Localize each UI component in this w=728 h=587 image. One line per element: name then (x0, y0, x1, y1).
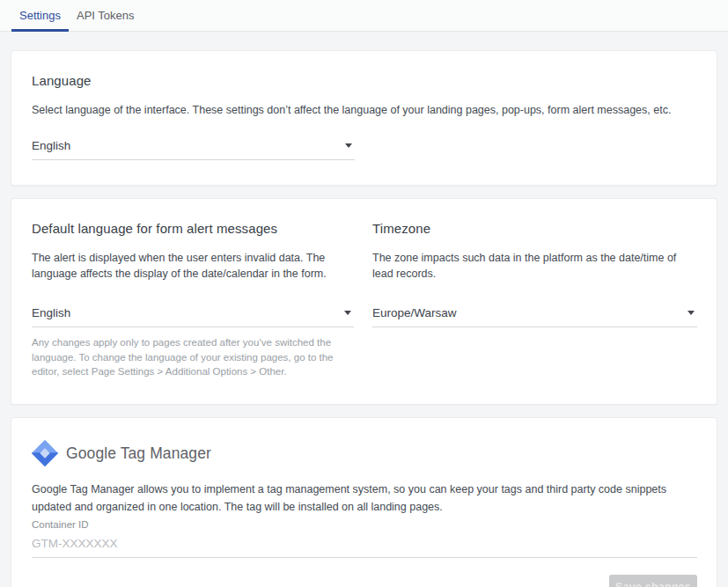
google-tag-manager-icon (32, 440, 58, 466)
gtm-card: Google Tag Manager Google Tag Manager al… (11, 417, 717, 587)
container-id-input[interactable] (32, 532, 697, 558)
form-alert-language-helper: Any changes apply only to pages created … (32, 335, 354, 379)
gtm-description: Google Tag Manager allows you to impleme… (32, 481, 697, 516)
interface-language-select[interactable]: English (32, 139, 355, 160)
gtm-logo: Google Tag Manager (32, 440, 697, 466)
chevron-down-icon (344, 311, 351, 315)
timezone-title: Timezone (372, 221, 697, 236)
timezone-select[interactable]: Europe/Warsaw (372, 306, 697, 327)
chevron-down-icon (688, 311, 695, 315)
gtm-logo-text: Google Tag Manager (66, 444, 211, 463)
tab-settings[interactable]: Settings (11, 0, 69, 31)
language-card: Language Select language of the interfac… (11, 50, 717, 186)
form-alert-language-column: Default language for form alert messages… (32, 221, 354, 379)
form-alert-language-title: Default language for form alert messages (32, 221, 354, 236)
timezone-select-value: Europe/Warsaw (372, 306, 457, 319)
interface-language-select-value: English (32, 139, 70, 152)
gtm-actions: Save changes (32, 575, 697, 587)
form-alert-language-description: The alert is displayed when the user ent… (32, 250, 354, 285)
save-changes-button[interactable]: Save changes (609, 575, 697, 587)
language-card-title: Language (32, 73, 697, 88)
timezone-column: Timezone The zone impacts such data in t… (372, 221, 697, 379)
settings-content: Language Select language of the interfac… (0, 32, 728, 587)
container-id-label: Container ID (32, 519, 89, 530)
form-alert-language-select-value: English (32, 306, 70, 319)
chevron-down-icon (345, 143, 352, 148)
locale-card: Default language for form alert messages… (11, 198, 717, 405)
language-card-description: Select language of the interface. These … (32, 102, 697, 118)
settings-tabbar: Settings API Tokens (0, 0, 728, 32)
form-alert-language-select[interactable]: English (32, 306, 354, 327)
tab-api-tokens[interactable]: API Tokens (69, 0, 143, 31)
timezone-description: The zone impacts such data in the platfo… (372, 250, 697, 285)
